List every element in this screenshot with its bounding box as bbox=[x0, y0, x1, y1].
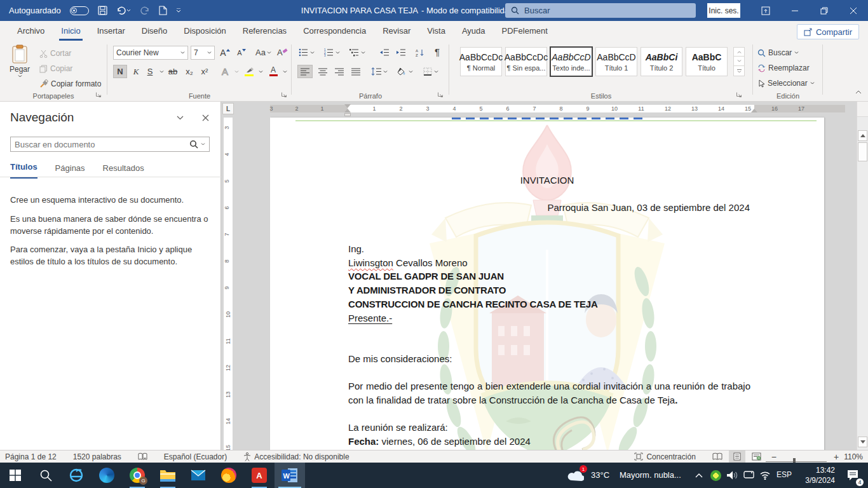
restore-button[interactable] bbox=[810, 0, 839, 21]
text-effects-button[interactable]: A bbox=[219, 65, 231, 78]
mail-icon[interactable] bbox=[183, 463, 214, 488]
vertical-scrollbar[interactable] bbox=[857, 102, 868, 450]
sign-in-button[interactable]: Inic. ses. bbox=[707, 3, 740, 18]
nav-search-input[interactable] bbox=[15, 140, 187, 149]
tab-disposicion[interactable]: Disposición bbox=[175, 21, 234, 41]
focus-mode-button[interactable]: Concentración bbox=[634, 452, 695, 461]
styles-dialog-launcher-icon[interactable] bbox=[736, 92, 743, 99]
keyboard-language[interactable]: ESP bbox=[776, 470, 792, 479]
scroll-up-icon[interactable] bbox=[858, 130, 867, 141]
nav-search-box[interactable] bbox=[10, 137, 210, 152]
font-family-combo[interactable]: Courier New bbox=[113, 46, 188, 60]
ribbon-display-options-icon[interactable] bbox=[751, 0, 780, 21]
share-button[interactable]: Compartir bbox=[797, 24, 859, 39]
font-size-combo[interactable]: 7 bbox=[191, 46, 215, 60]
doc-line[interactable]: La reunión se realizará: bbox=[348, 421, 448, 434]
tab-selector-button[interactable]: L bbox=[222, 103, 234, 114]
vertical-ruler[interactable]: 3456789101112131415 bbox=[224, 118, 233, 450]
doc-dateline[interactable]: Parroquia San Juan, 03 de septiembre del… bbox=[348, 201, 750, 214]
nav-tab-paginas[interactable]: Páginas bbox=[55, 163, 85, 178]
grow-font-button[interactable]: A bbox=[219, 46, 231, 59]
zoom-out-button[interactable]: − bbox=[771, 452, 776, 462]
wifi-icon[interactable] bbox=[757, 463, 773, 488]
doc-line[interactable]: Presente.- bbox=[348, 311, 392, 325]
accessibility-item[interactable]: Accesibilidad: No disponible bbox=[243, 452, 349, 461]
proofing-icon[interactable] bbox=[138, 452, 147, 461]
tab-pdfelement[interactable]: PDFelement bbox=[494, 21, 556, 41]
replace-button[interactable]: Reemplazar bbox=[757, 61, 810, 75]
right-indent-marker[interactable] bbox=[751, 109, 757, 112]
zoom-in-button[interactable]: + bbox=[834, 452, 839, 462]
shading-button[interactable] bbox=[397, 65, 414, 78]
nav-options-chevron-icon[interactable] bbox=[177, 116, 184, 120]
align-right-button[interactable] bbox=[332, 65, 347, 78]
sort-button[interactable]: AZ bbox=[414, 46, 427, 59]
change-case-button[interactable]: Aa bbox=[254, 46, 273, 59]
horizontal-ruler[interactable]: 321 123456789101112131415 1617 bbox=[270, 103, 845, 114]
collapse-ribbon-icon[interactable] bbox=[855, 90, 862, 94]
scroll-down-icon[interactable] bbox=[858, 437, 867, 447]
doc-line[interactable]: De mis consideraciones: bbox=[348, 352, 452, 365]
new-document-icon[interactable] bbox=[159, 6, 167, 15]
justify-button[interactable] bbox=[348, 65, 363, 78]
font-color-dropdown-icon[interactable] bbox=[278, 65, 291, 78]
numbered-list-button[interactable]: 123 bbox=[323, 46, 341, 59]
paragraph-dialog-launcher-icon[interactable] bbox=[437, 92, 445, 99]
bullet-list-button[interactable] bbox=[297, 46, 316, 59]
weather-text[interactable]: Mayorm. nubla... bbox=[620, 470, 681, 480]
tab-revisar[interactable]: Revisar bbox=[374, 21, 419, 41]
bold-button[interactable]: N bbox=[113, 65, 127, 78]
internet-explorer-icon[interactable] bbox=[61, 463, 92, 488]
titlebar-search[interactable] bbox=[505, 3, 696, 18]
doc-line[interactable]: CONSTRUCCION DE CANCHA RECINTO CASA DE T… bbox=[348, 297, 598, 311]
style-titulo-2[interactable]: AaBbCiTítulo 2 bbox=[641, 47, 682, 76]
tab-vista[interactable]: Vista bbox=[419, 21, 454, 41]
highlight-dropdown-icon[interactable] bbox=[254, 65, 267, 78]
zoom-slider-track[interactable] bbox=[766, 461, 827, 462]
clear-formatting-button[interactable]: A bbox=[276, 46, 289, 59]
line-spacing-button[interactable] bbox=[370, 65, 389, 78]
read-mode-icon[interactable] bbox=[712, 452, 722, 461]
start-button[interactable] bbox=[0, 463, 31, 488]
tab-referencias[interactable]: Referencias bbox=[234, 21, 295, 41]
font-dialog-launcher-icon[interactable] bbox=[281, 92, 288, 99]
increase-indent-button[interactable] bbox=[394, 46, 407, 59]
superscript-button[interactable]: x² bbox=[198, 65, 211, 78]
left-indent-marker[interactable] bbox=[344, 113, 351, 116]
taskbar-search-icon[interactable] bbox=[31, 463, 61, 488]
doc-line[interactable]: Y ADMINISTRADOR DE CONTRATO bbox=[348, 283, 506, 297]
find-button[interactable]: Buscar bbox=[757, 46, 799, 60]
format-painter-button[interactable]: Copiar formato bbox=[39, 77, 101, 91]
minimize-button[interactable] bbox=[780, 0, 810, 21]
word-count[interactable]: 1520 palabras bbox=[73, 452, 121, 461]
style-sin-espaciado[interactable]: AaBbCcDc¶ Sin espa... bbox=[505, 47, 547, 76]
align-center-button[interactable] bbox=[315, 65, 330, 78]
autosave-toggle[interactable] bbox=[70, 6, 89, 15]
volume-icon[interactable] bbox=[724, 463, 740, 488]
underline-dropdown-icon[interactable] bbox=[155, 65, 168, 78]
temperature[interactable]: 33°C bbox=[591, 470, 609, 480]
doc-heading[interactable]: INVITACION bbox=[270, 173, 824, 187]
weather-icon[interactable]: 1 bbox=[563, 463, 588, 488]
strikethrough-button[interactable]: ab bbox=[166, 65, 179, 78]
subscript-button[interactable]: x₂ bbox=[183, 65, 196, 78]
tab-ayuda[interactable]: Ayuda bbox=[454, 21, 494, 41]
tab-diseno[interactable]: Diseño bbox=[133, 21, 175, 41]
nav-close-icon[interactable] bbox=[202, 114, 209, 121]
acrobat-icon[interactable]: A bbox=[244, 463, 275, 488]
decrease-indent-button[interactable] bbox=[377, 46, 390, 59]
pilcrow-button[interactable]: ¶ bbox=[431, 45, 444, 58]
antivirus-tray-icon[interactable] bbox=[707, 463, 724, 488]
shrink-font-button[interactable]: A bbox=[235, 46, 248, 59]
search-input[interactable] bbox=[524, 6, 677, 15]
zoom-level[interactable]: 110% bbox=[844, 452, 863, 461]
doc-line[interactable]: Liwinsgton Cevallos Moreno bbox=[348, 256, 468, 269]
chrome-icon[interactable]: G bbox=[122, 463, 153, 488]
select-button[interactable]: Seleccionar bbox=[757, 76, 815, 90]
clock[interactable]: 13:423/9/2024 bbox=[798, 465, 835, 485]
notification-center-icon[interactable]: 4 bbox=[840, 463, 865, 488]
hanging-indent-marker[interactable] bbox=[344, 109, 351, 112]
page-indicator[interactable]: Página 1 de 12 bbox=[5, 452, 57, 461]
doc-line[interactable]: Fecha: viernes, 06 de septiembre del 202… bbox=[348, 435, 531, 448]
document-page[interactable]: 7 bbox=[270, 118, 824, 461]
